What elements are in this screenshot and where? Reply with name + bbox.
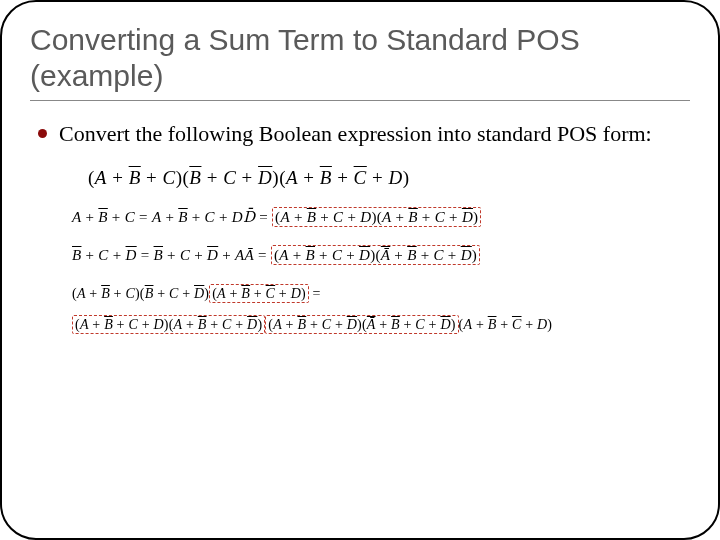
- title-rule: [30, 100, 690, 101]
- highlight-box: (A + B + C + D)(A + B + C + D): [72, 315, 265, 334]
- step-1: A + B + C = A + B + C + DD̄ = (A + B + C…: [72, 205, 690, 229]
- step-2: B + C + D = B + C + D + AĀ = (A + B + C …: [72, 243, 690, 267]
- highlight-box: (A + B + C + D)(Ā + B + C + D): [265, 315, 458, 334]
- highlight-box: (A + B + C + D): [209, 284, 309, 303]
- final-line-1: (A + B + C)(B + C + D)(A + B + C + D) =: [72, 281, 690, 306]
- bullet-dot-icon: [38, 129, 47, 138]
- highlight-box: (A + B + C + D)(Ā + B + C + D): [271, 245, 480, 265]
- slide-title: Converting a Sum Term to Standard POS (e…: [30, 22, 690, 94]
- highlight-box: (A + B + C + D)(A + B + C + D): [272, 207, 481, 227]
- bullet-text: Convert the following Boolean expression…: [59, 119, 652, 149]
- slide-frame: Converting a Sum Term to Standard POS (e…: [0, 0, 720, 540]
- bullet-item: Convert the following Boolean expression…: [38, 119, 690, 149]
- original-expression: (A + B + C)(B + C + D)(A + B + C + D): [88, 167, 690, 189]
- final-line-2: (A + B + C + D)(A + B + C + D)(A + B + C…: [72, 312, 690, 337]
